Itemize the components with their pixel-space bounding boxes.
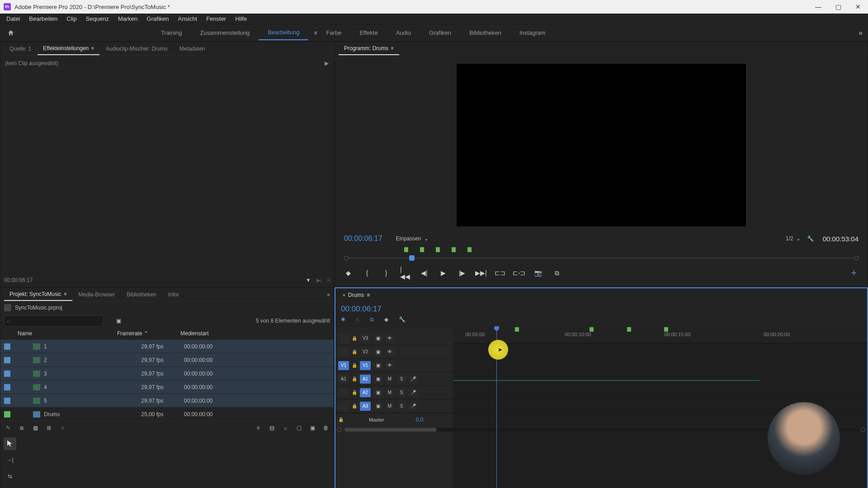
new-item-icon[interactable]: ▣ xyxy=(308,424,316,432)
solo-button[interactable]: S xyxy=(397,375,406,383)
column-medienstart[interactable]: Medienstart xyxy=(180,330,239,337)
close-button[interactable]: ✕ xyxy=(854,2,863,11)
project-item-row[interactable]: 229,97 fps00:00:00:00 xyxy=(0,353,334,367)
scrub-end-handle[interactable] xyxy=(854,256,859,260)
workspace-tab-bibliotheken[interactable]: Bibliotheken xyxy=(460,26,510,40)
workspace-tab-effekte[interactable]: Effekte xyxy=(350,26,387,40)
new-bin-icon[interactable]: ▣ xyxy=(116,318,121,324)
panel-menu-icon[interactable]: ≡ xyxy=(391,46,394,51)
project-item-row[interactable]: 129,97 fps00:00:00:00 xyxy=(0,340,334,353)
resolution-dropdown[interactable]: 1/2 xyxy=(786,235,793,242)
workspace-tab-bearbeitung[interactable]: Bearbeitung xyxy=(259,25,308,40)
lock-icon[interactable]: 🔒 xyxy=(352,390,357,395)
mark-in-button[interactable]: { xyxy=(362,268,372,278)
minimize-button[interactable]: — xyxy=(814,2,823,11)
mark-out-button[interactable]: } xyxy=(381,268,391,278)
track-select-tool[interactable]: →| xyxy=(4,454,16,466)
mute-button[interactable]: M xyxy=(385,389,394,397)
source-patch[interactable] xyxy=(338,347,349,357)
tab-metadaten[interactable]: Metadaten xyxy=(174,43,211,55)
menu-ansicht[interactable]: Ansicht xyxy=(173,14,202,24)
panel-overflow-icon[interactable]: » xyxy=(327,291,330,298)
home-icon[interactable] xyxy=(5,28,16,38)
find-icon[interactable]: ⌕ xyxy=(281,424,289,432)
toggle-output-icon[interactable]: 👁 xyxy=(385,334,394,343)
tab-projekt[interactable]: Projekt: SyncToMusic ≡ xyxy=(4,288,72,301)
project-item-row[interactable]: 529,97 fps00;00;00;00 xyxy=(0,394,334,408)
solo-button[interactable]: S xyxy=(397,389,406,397)
wrench-icon[interactable]: 🔧 xyxy=(807,235,814,242)
track-label[interactable]: V2 xyxy=(360,347,371,357)
pencil-icon[interactable]: ✎ xyxy=(4,424,12,432)
master-value[interactable]: 0,0 xyxy=(416,417,424,423)
label-color-swatch[interactable] xyxy=(4,371,10,377)
source-patch[interactable] xyxy=(338,402,349,411)
step-forward-button[interactable]: |▶ xyxy=(457,268,467,278)
nest-toggle-icon[interactable]: ✱ xyxy=(341,316,349,324)
trash-icon[interactable]: 🗑 xyxy=(322,424,330,432)
workspace-tab-menu-icon[interactable]: ≡ xyxy=(314,30,317,36)
timeline-marker[interactable] xyxy=(515,327,519,332)
voiceover-record-icon[interactable]: 🎤 xyxy=(409,402,418,410)
add-transport-button[interactable]: + xyxy=(851,267,857,279)
export-frame-button[interactable]: 📷 xyxy=(533,268,543,278)
export-frame-icon[interactable]: ⎘ xyxy=(327,277,330,283)
label-color-swatch[interactable] xyxy=(4,343,10,350)
lift-button[interactable]: ⊏⊐ xyxy=(495,268,505,278)
project-item-row[interactable]: Drums25,00 fps00:00:00:00 xyxy=(0,408,334,421)
sync-lock-icon[interactable]: ▣ xyxy=(373,348,382,356)
voiceover-record-icon[interactable]: 🎤 xyxy=(409,389,418,397)
track-label[interactable]: A1 xyxy=(360,375,371,384)
list-view-icon[interactable]: ≣ xyxy=(18,424,26,432)
column-framerate[interactable]: Framerate ⌃ xyxy=(117,330,180,337)
close-tab-icon[interactable]: × xyxy=(343,293,345,298)
program-marker-bar[interactable] xyxy=(339,246,864,253)
track-label[interactable]: A2 xyxy=(360,388,371,397)
sync-lock-icon[interactable]: ▣ xyxy=(373,334,382,343)
tab-bibliotheken[interactable]: Bibliotheken xyxy=(121,289,161,300)
project-item-row[interactable]: 429,97 fps00:00:00:00 xyxy=(0,380,334,394)
timeline-marker[interactable] xyxy=(664,327,668,332)
toggle-output-icon[interactable]: 👁 xyxy=(385,361,394,370)
track-label[interactable]: V1 xyxy=(360,361,371,370)
sort-icon[interactable]: ≡ xyxy=(254,424,262,432)
menu-fenster[interactable]: Fenster xyxy=(202,14,231,24)
lock-icon[interactable]: 🔒 xyxy=(338,417,344,422)
razor-tool[interactable]: ✂ xyxy=(4,486,16,488)
program-scrub-bar[interactable] xyxy=(339,253,864,263)
workspace-tab-grafiken[interactable]: Grafiken xyxy=(420,26,460,40)
timeline-marker[interactable] xyxy=(590,327,594,332)
solo-button[interactable]: S xyxy=(397,402,406,410)
only-play-icon[interactable]: ▶| xyxy=(316,277,322,283)
project-item-row[interactable]: 329,97 fps00:00:00:00 xyxy=(0,367,334,380)
scrub-start-handle[interactable] xyxy=(344,256,349,260)
add-marker-button[interactable]: ◆ xyxy=(343,268,353,278)
go-to-in-button[interactable]: |◀◀ xyxy=(400,268,410,278)
timeline-timecode[interactable]: 00:00:06:17 xyxy=(341,305,407,314)
label-color-swatch[interactable] xyxy=(4,357,10,363)
program-timecode[interactable]: 00:00:06:17 xyxy=(344,235,382,243)
step-back-button[interactable]: ◀| xyxy=(419,268,429,278)
toggle-output-icon[interactable]: 👁 xyxy=(385,348,394,356)
zoom-fit-dropdown[interactable]: Einpassen ⌄ xyxy=(396,235,429,242)
lock-icon[interactable]: 🔒 xyxy=(352,404,357,408)
menu-datei[interactable]: Datei xyxy=(2,14,24,24)
panel-menu-icon[interactable]: ≡ xyxy=(64,291,67,296)
tab-info[interactable]: Infor xyxy=(163,289,184,300)
menu-grafiken[interactable]: Grafiken xyxy=(142,14,173,24)
linked-selection-icon[interactable]: ⧉ xyxy=(370,316,378,324)
menu-sequenz[interactable]: Sequenz xyxy=(81,14,113,24)
voiceover-record-icon[interactable]: 🎤 xyxy=(409,375,418,383)
tab-effekteinstellungen[interactable]: Effekteinstellungen ≡ xyxy=(38,42,99,55)
snap-icon[interactable]: ∩ xyxy=(355,316,363,324)
menu-bearbeiten[interactable]: Bearbeiten xyxy=(24,14,62,24)
workspace-tab-audio[interactable]: Audio xyxy=(387,26,420,40)
go-to-out-button[interactable]: ▶▶| xyxy=(476,268,486,278)
column-name[interactable]: Name xyxy=(4,330,117,337)
panel-menu-icon[interactable]: ≡ xyxy=(367,292,370,298)
sync-lock-icon[interactable]: ▣ xyxy=(373,361,382,370)
lock-icon[interactable]: 🔒 xyxy=(352,349,357,354)
mute-button[interactable]: M xyxy=(385,402,394,410)
wrench-icon[interactable]: 🔧 xyxy=(399,316,407,324)
automate-to-sequence-icon[interactable]: ▤ xyxy=(268,424,276,432)
